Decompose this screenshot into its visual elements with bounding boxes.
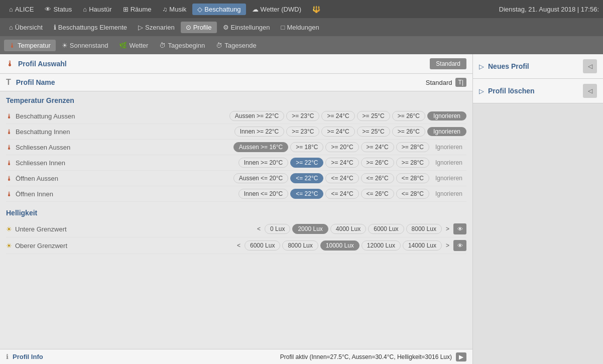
- chip[interactable]: 6000 Lux: [368, 224, 404, 234]
- nav2-ubersicht[interactable]: ⌂ Übersicht: [4, 22, 48, 33]
- profil-loeschen-title: Profil löschen: [488, 87, 535, 95]
- trident-icon: 🔱: [312, 6, 320, 13]
- nav1-extra[interactable]: 🔱: [307, 4, 325, 15]
- chip-active[interactable]: <= 22°C: [290, 173, 323, 183]
- chip[interactable]: >= 23°C: [286, 111, 319, 121]
- chip[interactable]: >= 26°C: [361, 158, 394, 168]
- thermo-icon-2: 🌡: [6, 128, 13, 136]
- arrow-icon: ◁: [588, 63, 592, 70]
- nav2-profile[interactable]: ⊙ Profile: [181, 22, 217, 33]
- nav1-haustuer[interactable]: ⌂ Haustür: [78, 4, 116, 15]
- nav3-sonnenstand[interactable]: ☀ Sonnenstand: [57, 40, 113, 51]
- beschattung-icon: ◇: [197, 6, 202, 13]
- table-row: 🌡 Schliessen Aussen Aussen >= 16°C >= 18…: [6, 140, 466, 155]
- chip[interactable]: Innen >= 20°C: [238, 158, 289, 168]
- nav2-einstellungen[interactable]: ⚙ Einstellungen: [218, 22, 275, 33]
- chip[interactable]: 8000 Lux: [406, 224, 442, 234]
- chip[interactable]: 14000 Lux: [403, 240, 442, 251]
- chip-active[interactable]: Aussen >= 16°C: [233, 142, 289, 152]
- arrow-left[interactable]: <: [255, 225, 263, 232]
- chip[interactable]: >= 26°C: [392, 127, 425, 137]
- ignore-text: Ignorieren: [431, 189, 466, 198]
- chip[interactable]: Aussen <= 20°C: [233, 173, 289, 183]
- chip-active[interactable]: <= 22°C: [290, 189, 323, 199]
- thermo-icon-3: 🌡: [6, 144, 13, 151]
- profil-name-row: T Profil Name Standard T|: [0, 74, 472, 91]
- neues-profil-action-icon[interactable]: ◁: [583, 59, 597, 73]
- sun-icon-2: ☀: [6, 242, 12, 250]
- eye-button[interactable]: 👁: [453, 223, 466, 234]
- table-row: ☀ Untere Grenzwert < 0 Lux 2000 Lux 4000…: [6, 221, 466, 237]
- nav3-wetter[interactable]: 🌿 Wetter: [114, 40, 153, 51]
- chip[interactable]: >= 28°C: [396, 158, 429, 168]
- eye-icon: 👁: [45, 6, 51, 13]
- chip[interactable]: >= 25°C: [357, 111, 390, 121]
- chip-active[interactable]: >= 22°C: [290, 158, 323, 168]
- nav1-raeume[interactable]: ⊞ Räume: [118, 4, 157, 15]
- neues-profil-btn[interactable]: ▷ Neues Profil ◁: [473, 54, 603, 79]
- chip[interactable]: 6000 Lux: [245, 240, 280, 251]
- nav3-temperatur[interactable]: 🌡 Temperatur: [4, 40, 56, 51]
- thermometer-icon: 🌡: [6, 59, 14, 68]
- nav2-meldungen[interactable]: □ Meldungen: [276, 22, 324, 33]
- nav1-beschattung[interactable]: ◇ Beschattung: [192, 4, 246, 15]
- ignore-button[interactable]: Ignorieren: [427, 127, 466, 136]
- chip[interactable]: >= 24°C: [325, 158, 358, 168]
- arrow-right-2[interactable]: >: [444, 242, 451, 249]
- chip[interactable]: >= 20°C: [325, 142, 358, 152]
- nav2-szenarien[interactable]: ▷ Szenarien: [133, 22, 180, 33]
- nav1-musik[interactable]: ♫ Musik: [158, 4, 192, 15]
- chip[interactable]: >= 25°C: [357, 127, 390, 137]
- chip[interactable]: >= 24°C: [321, 127, 354, 137]
- standard-button[interactable]: Standard: [430, 58, 466, 69]
- sonnenstand-icon: ☀: [62, 42, 68, 49]
- profil-loeschen-btn[interactable]: ▷ Profil löschen ◁: [473, 79, 603, 103]
- chip[interactable]: >= 18°C: [290, 142, 323, 152]
- chip[interactable]: 4000 Lux: [330, 224, 366, 234]
- chip[interactable]: >= 28°C: [396, 142, 429, 152]
- raeume-icon: ⊞: [123, 6, 129, 13]
- nav1-status[interactable]: 👁 Status: [40, 4, 77, 15]
- chip[interactable]: Innen <= 20°C: [238, 189, 289, 199]
- profil-name-value: Standard: [426, 79, 452, 86]
- ignore-button[interactable]: Ignorieren: [427, 111, 466, 120]
- chip[interactable]: >= 26°C: [392, 111, 425, 121]
- temperatur-icon: 🌡: [9, 42, 16, 49]
- profil-loeschen-action-icon[interactable]: ◁: [583, 84, 597, 98]
- nav3-tagesende[interactable]: ⏱ Tagesende: [211, 40, 262, 51]
- chip-active[interactable]: 2000 Lux: [292, 224, 328, 234]
- chip[interactable]: <= 26°C: [361, 189, 394, 199]
- arrow-right[interactable]: >: [444, 225, 451, 232]
- table-row: 🌡 Schliessen Innen Innen >= 20°C >= 22°C…: [6, 155, 466, 171]
- arrow-left-2[interactable]: <: [235, 242, 243, 249]
- nav3-tagesbeginn[interactable]: ⏱ Tagesbeginn: [154, 40, 210, 51]
- eye-button-2[interactable]: 👁: [453, 240, 466, 251]
- chip[interactable]: 0 Lux: [265, 224, 290, 234]
- edit-icon[interactable]: T|: [455, 78, 466, 87]
- chip-active[interactable]: 10000 Lux: [320, 240, 359, 251]
- nav2-elemente[interactable]: ℹ Beschattungs Elemente: [49, 22, 132, 33]
- chip[interactable]: <= 24°C: [325, 173, 358, 183]
- chip[interactable]: Innen >= 22°C: [234, 127, 285, 137]
- chip[interactable]: <= 28°C: [396, 189, 429, 199]
- tagesbeginn-icon: ⏱: [159, 42, 166, 49]
- right-panel: ▷ Neues Profil ◁ ▷ Profil löschen ◁: [472, 54, 603, 364]
- chip[interactable]: 12000 Lux: [361, 240, 401, 251]
- info-arrow-icon[interactable]: ▶: [456, 352, 466, 361]
- chip[interactable]: <= 28°C: [396, 173, 429, 183]
- wetter-icon: ☁: [252, 6, 259, 13]
- nav1-wetter[interactable]: ☁ Wetter (DWD): [247, 4, 306, 15]
- ubersicht-icon: ⌂: [9, 24, 13, 31]
- chip[interactable]: <= 24°C: [325, 189, 358, 199]
- chip[interactable]: Aussen >= 22°C: [229, 111, 285, 121]
- temperatur-grenzen-section: Temperatur Grenzen 🌡 Beschattung Aussen …: [0, 91, 472, 204]
- chip[interactable]: >= 23°C: [286, 127, 319, 137]
- profil-auswahl-title: Profil Auswahl: [18, 60, 67, 68]
- play-icon-1: ▷: [479, 63, 484, 70]
- chip[interactable]: >= 24°C: [361, 142, 394, 152]
- chip[interactable]: <= 26°C: [361, 173, 394, 183]
- left-panel: 🌡 Profil Auswahl Standard T Profil Name …: [0, 54, 472, 349]
- chip[interactable]: 8000 Lux: [282, 240, 318, 251]
- logo[interactable]: ⌂ ALICE: [4, 4, 39, 15]
- chip[interactable]: >= 24°C: [321, 111, 354, 121]
